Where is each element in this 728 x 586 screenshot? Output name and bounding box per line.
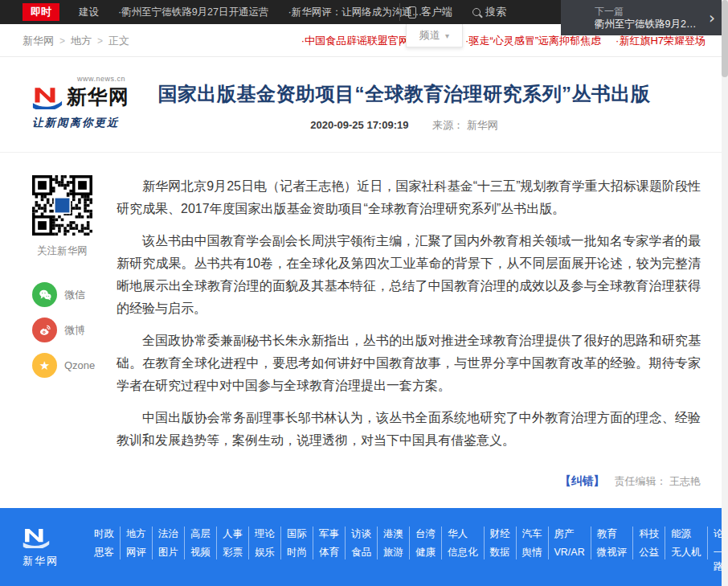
scrollbar-thumb[interactable] bbox=[722, 0, 728, 77]
article-paragraph: 新华网北京9月25日电（记者王志艳）近日，国家社科基金“十三五”规划教育学重大招… bbox=[117, 175, 701, 220]
caret-down-icon: ▾ bbox=[445, 31, 449, 40]
next-article-panel[interactable]: 下一篇 衢州至宁德铁路9月2… › bbox=[561, 0, 722, 35]
footer-nav-link[interactable]: 华人 bbox=[448, 527, 478, 541]
footer-nav-link[interactable]: 法治 bbox=[158, 527, 178, 541]
breadcrumb-separator: > bbox=[97, 35, 103, 47]
channel-dropdown[interactable]: 频道 ▾ bbox=[406, 24, 463, 47]
footer-nav-link[interactable]: 高层 bbox=[190, 527, 211, 541]
share-wechat-button[interactable]: 微信 bbox=[32, 282, 117, 307]
source-name: 新华网 bbox=[467, 119, 498, 131]
footer-nav-link[interactable]: 图片 bbox=[158, 545, 178, 559]
footer-nav-link[interactable]: 时政 bbox=[94, 527, 114, 541]
correction-button[interactable]: 【纠错】 bbox=[559, 474, 604, 489]
share-label: Qzone bbox=[64, 359, 95, 371]
article-footer-row: 【纠错】 责任编辑： 王志艳 bbox=[0, 461, 728, 489]
footer-nav-link[interactable]: 台湾 bbox=[415, 527, 436, 541]
phone-icon bbox=[408, 6, 416, 18]
footer-nav-column: 汽车舆情 bbox=[517, 527, 549, 559]
next-article-title: 衢州至宁德铁路9月2… bbox=[595, 18, 702, 31]
footer-nav-link[interactable]: 网评 bbox=[126, 545, 146, 559]
footer-nav-column: 房产VR/AR bbox=[549, 527, 591, 559]
footer-nav-column: 国际时尚 bbox=[281, 527, 313, 559]
search-icon bbox=[472, 8, 481, 16]
footer-nav-link[interactable]: 科技 bbox=[639, 527, 659, 541]
footer-nav-link[interactable]: 公益 bbox=[639, 545, 659, 559]
footer-nav-link[interactable]: 港澳 bbox=[383, 527, 403, 541]
footer-nav-link[interactable]: VR/AR bbox=[554, 545, 585, 559]
footer-nav-link[interactable]: 彩票 bbox=[223, 545, 243, 559]
footer-nav-link[interactable]: 时尚 bbox=[287, 545, 307, 559]
xinhua-emblem-white-icon bbox=[22, 526, 50, 548]
topbar-divider bbox=[399, 3, 400, 21]
footer-nav-link[interactable]: 视频 bbox=[190, 545, 211, 559]
footer-nav-link[interactable]: 旅游 bbox=[383, 545, 403, 559]
editor-line: 责任编辑： 王志艳 bbox=[614, 474, 701, 489]
footer-nav-link[interactable]: 娱乐 bbox=[255, 545, 275, 559]
footer-nav-link[interactable]: 访谈 bbox=[351, 527, 371, 541]
footer-nav-link[interactable]: 理论 bbox=[255, 527, 275, 541]
footer-nav-column: 华人信息化 bbox=[442, 527, 485, 559]
ticker-item[interactable]: ·新华网评：让网络成为沟通… bbox=[288, 6, 423, 19]
footer-nav-column: 台湾健康 bbox=[410, 527, 442, 559]
footer-nav-link[interactable]: 军事 bbox=[319, 527, 339, 541]
weibo-icon bbox=[32, 318, 57, 342]
breadcrumb-site[interactable]: 新华网 bbox=[22, 34, 54, 48]
footer-nav-column: 能源无人机 bbox=[665, 527, 708, 559]
xinhua-emblem-icon bbox=[32, 84, 63, 109]
footer-nav-column: 时政思客 bbox=[88, 527, 121, 559]
hot-link[interactable]: ·新红旗H7荣耀登场 bbox=[616, 34, 706, 48]
footer-logo-text: 新华网 bbox=[22, 554, 84, 568]
footer-nav-link[interactable]: 食品 bbox=[351, 545, 371, 559]
chevron-right-icon: › bbox=[702, 8, 722, 27]
footer-nav: 时政思客 地方网评 法治图片 高层视频 人事彩票 理论娱乐 国际时尚 军事体育 … bbox=[88, 524, 728, 574]
scrollbar-track[interactable] bbox=[722, 0, 728, 586]
search-button[interactable]: 搜索 bbox=[472, 0, 506, 24]
footer-nav-link[interactable]: 人事 bbox=[223, 527, 243, 541]
live-badge: 即时 bbox=[22, 3, 59, 21]
share-label: 微信 bbox=[64, 288, 85, 302]
editor-name: 王志艳 bbox=[669, 475, 701, 487]
footer-nav-link[interactable]: 思客 bbox=[94, 545, 114, 559]
channel-label: 频道 bbox=[419, 28, 440, 43]
next-article-label: 下一篇 bbox=[595, 5, 702, 18]
top-bar: 即时 建设 ·衢州至宁德铁路9月27日开通运营 ·新华网评：让网络成为沟通… 客… bbox=[0, 0, 728, 24]
footer-nav-link[interactable]: 舆情 bbox=[522, 545, 542, 559]
footer-nav-link[interactable]: 房产 bbox=[554, 527, 585, 541]
wechat-icon bbox=[32, 282, 57, 307]
footer-nav-bar: 新华网 时政思客 地方网评 法治图片 高层视频 人事彩票 理论娱乐 国际时尚 军… bbox=[0, 508, 728, 586]
footer-logo[interactable]: 新华网 bbox=[22, 524, 84, 568]
ticker-item[interactable]: 建设 bbox=[79, 6, 99, 19]
next-article-text: 下一篇 衢州至宁德铁路9月2… bbox=[561, 5, 702, 31]
publish-date: 2020-09-25 17:09:19 bbox=[310, 119, 408, 131]
ticker-item[interactable]: ·衢州至宁德铁路9月27日开通运营 bbox=[118, 6, 269, 19]
footer-nav-link[interactable]: 无人机 bbox=[671, 545, 701, 559]
footer-nav-link[interactable]: 健康 bbox=[415, 545, 436, 559]
footer-nav-link[interactable]: 汽车 bbox=[522, 527, 542, 541]
qr-caption: 关注新华网 bbox=[32, 244, 92, 258]
article-paragraph: 全国政协常委兼副秘书长朱永新指出，丛书的出版对推进全球教育治理提供了很好的思路和… bbox=[117, 330, 701, 397]
article-paragraph: 该丛书由中国教育学会副会长周洪宇领衔主编，汇聚了国内外教育相关领域一批知名专家学… bbox=[117, 230, 701, 320]
footer-nav-link[interactable]: 体育 bbox=[319, 545, 339, 559]
logo-brand-text: 新华网 bbox=[67, 84, 129, 110]
site-logo[interactable]: www.news.cn 新华网 让新闻离你更近 bbox=[32, 75, 137, 130]
footer-nav-link[interactable]: 国际 bbox=[287, 527, 307, 541]
footer-nav-link[interactable]: 财经 bbox=[490, 527, 510, 541]
headline-block: 国家出版基金资助项目“全球教育治理研究系列”丛书出版 2020-09-25 17… bbox=[108, 81, 701, 133]
footer-nav-column: 地方网评 bbox=[121, 527, 153, 559]
share-qzone-button[interactable]: ★ Qzone bbox=[32, 353, 117, 378]
hot-link[interactable]: ·驱走“心灵感冒”远离抑郁焦虑 bbox=[465, 34, 601, 48]
article-body: 新华网北京9月25日电（记者王志艳）近日，国家社科基金“十三五”规划教育学重大招… bbox=[117, 175, 701, 461]
footer-nav-link[interactable]: 教育 bbox=[597, 527, 628, 541]
client-button[interactable]: 客户端 bbox=[408, 0, 452, 24]
footer-nav-link[interactable]: 地方 bbox=[126, 527, 146, 541]
footer-nav-column: 人事彩票 bbox=[217, 527, 249, 559]
share-label: 微博 bbox=[64, 323, 85, 338]
share-weibo-button[interactable]: 微博 bbox=[32, 318, 117, 342]
breadcrumb-section[interactable]: 地方 bbox=[71, 34, 92, 48]
content: 关注新华网 bbox=[0, 153, 728, 461]
footer-nav-link[interactable]: 能源 bbox=[671, 527, 701, 541]
footer-nav-link[interactable]: 微视评 bbox=[597, 545, 628, 559]
footer-nav-link[interactable]: 数据 bbox=[490, 545, 510, 559]
footer-nav-link[interactable]: 信息化 bbox=[448, 545, 478, 559]
client-label: 客户端 bbox=[421, 5, 452, 19]
